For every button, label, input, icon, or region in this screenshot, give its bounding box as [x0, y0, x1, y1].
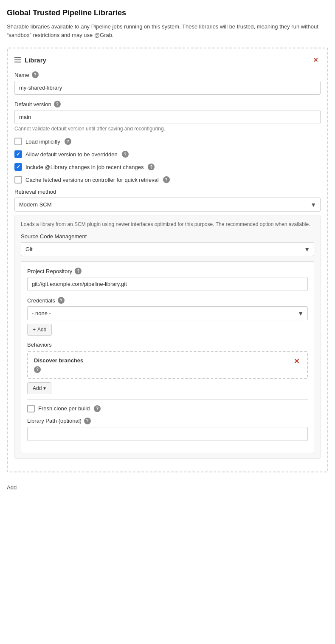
- library-path-label: Library Path (optional) ?: [27, 418, 308, 424]
- load-implicitly-help-icon[interactable]: ?: [65, 138, 71, 145]
- cache-fetched-label[interactable]: Cache fetched versions on controller for…: [14, 176, 159, 184]
- default-version-label: Default version ?: [14, 101, 321, 107]
- scm-select-wrapper: Git Subversion ▼: [21, 242, 314, 256]
- library-card: Library × Name ? Default version ? Canno…: [7, 48, 328, 472]
- fresh-clone-row: Fresh clone per build ?: [27, 405, 308, 412]
- name-label: Name ?: [14, 71, 321, 78]
- cache-fetched-help-icon[interactable]: ?: [163, 176, 170, 183]
- bottom-add-button[interactable]: Add: [7, 483, 17, 492]
- page-title: Global Trusted Pipeline Libraries: [7, 8, 328, 17]
- cache-fetched-row: Cache fetched versions on controller for…: [14, 176, 321, 184]
- discover-branches-title: Discover branches: [34, 357, 83, 364]
- default-version-field-group: Default version ? Cannot validate defaul…: [14, 101, 321, 132]
- allow-override-checkbox[interactable]: [14, 150, 22, 158]
- credentials-select[interactable]: - none -: [27, 306, 308, 320]
- retrieval-method-label: Retrieval method: [14, 189, 321, 195]
- discover-branches-card: Discover branches ? ✕: [27, 351, 308, 379]
- card-title: Library: [25, 56, 46, 64]
- name-help-icon[interactable]: ?: [32, 71, 39, 78]
- behaviors-section: Behaviors Discover branches ? ✕ Add ▾: [27, 342, 308, 394]
- library-path-group: Library Path (optional) ?: [27, 418, 308, 441]
- name-input[interactable]: [14, 81, 321, 95]
- library-path-help-icon[interactable]: ?: [84, 418, 91, 424]
- default-version-help-icon[interactable]: ?: [54, 101, 61, 107]
- project-repo-label: Project Repository ?: [27, 268, 308, 274]
- allow-override-label[interactable]: Allow default version to be overridden: [14, 150, 118, 158]
- load-implicitly-row: Load implicitly ?: [14, 138, 321, 145]
- allow-override-row: Allow default version to be overridden ?: [14, 150, 321, 158]
- retrieval-method-select-wrapper: Modern SCM Legacy SCM ▼: [14, 198, 321, 212]
- scm-label: Source Code Management: [21, 233, 314, 240]
- card-header-left: Library: [14, 56, 46, 64]
- fresh-clone-label[interactable]: Fresh clone per build: [27, 405, 90, 412]
- library-path-input[interactable]: [27, 427, 308, 441]
- project-repo-help-icon[interactable]: ?: [75, 268, 82, 274]
- include-changes-row: Include @Library changes in job recent c…: [14, 163, 321, 171]
- add-behavior-label: Add: [33, 385, 42, 391]
- allow-override-help-icon[interactable]: ?: [122, 151, 129, 158]
- discover-branches-content: Discover branches ?: [34, 357, 83, 373]
- discover-branches-help-icon[interactable]: ?: [34, 366, 41, 373]
- add-credentials-button[interactable]: + Add: [27, 324, 52, 336]
- retrieval-method-group: Retrieval method Modern SCM Legacy SCM ▼…: [14, 189, 321, 459]
- credentials-label: Credentials ?: [27, 297, 308, 304]
- discover-branches-close-button[interactable]: ✕: [292, 357, 301, 365]
- scm-section: Source Code Management Git Subversion ▼: [21, 233, 314, 256]
- default-version-input[interactable]: [14, 110, 321, 124]
- fresh-clone-checkbox[interactable]: [27, 405, 35, 412]
- load-implicitly-label[interactable]: Load implicitly: [14, 138, 60, 145]
- add-behavior-button[interactable]: Add ▾: [27, 382, 51, 394]
- divider: [27, 399, 308, 400]
- plus-icon: +: [33, 327, 36, 333]
- project-repo-group: Project Repository ?: [27, 268, 308, 291]
- fresh-clone-help-icon[interactable]: ?: [94, 405, 101, 412]
- load-implicitly-checkbox[interactable]: [14, 138, 22, 145]
- drag-handle-icon[interactable]: [14, 57, 21, 62]
- credentials-help-icon[interactable]: ?: [58, 297, 65, 304]
- card-header: Library ×: [14, 55, 321, 65]
- behaviors-label: Behaviors: [27, 342, 308, 348]
- include-changes-label[interactable]: Include @Library changes in job recent c…: [14, 163, 144, 171]
- cache-fetched-checkbox[interactable]: [14, 176, 22, 184]
- page-description: Sharable libraries available to any Pipe…: [7, 23, 328, 39]
- retrieval-description-block: Loads a library from an SCM plugin using…: [14, 215, 321, 459]
- credentials-group: Credentials ? - none - ▼ + Add: [27, 297, 308, 336]
- project-repo-input[interactable]: [27, 277, 308, 291]
- default-version-hint: Cannot validate default version until af…: [14, 126, 321, 132]
- include-changes-help-icon[interactable]: ?: [148, 164, 155, 170]
- close-button[interactable]: ×: [311, 55, 321, 65]
- include-changes-checkbox[interactable]: [14, 163, 22, 171]
- credentials-select-wrapper: - none - ▼: [27, 306, 308, 320]
- retrieval-method-select[interactable]: Modern SCM Legacy SCM: [14, 198, 321, 212]
- name-field-group: Name ?: [14, 71, 321, 95]
- retrieval-description-text: Loads a library from an SCM plugin using…: [21, 220, 314, 228]
- add-behavior-chevron-icon: ▾: [43, 385, 46, 391]
- scm-select[interactable]: Git Subversion: [21, 242, 314, 256]
- git-settings-card: Project Repository ? Credentials ? - non…: [21, 261, 314, 453]
